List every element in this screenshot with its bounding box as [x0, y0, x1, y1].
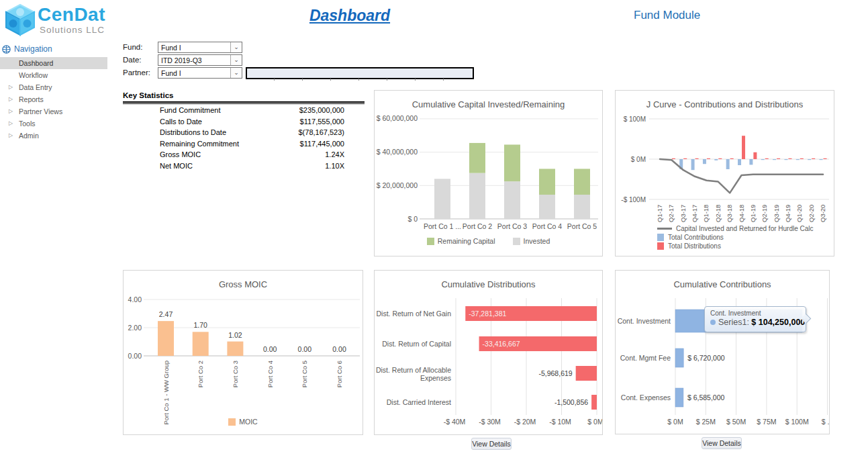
contribution-bar[interactable] — [738, 159, 741, 165]
legend-label: Invested — [524, 237, 550, 245]
chevron-down-icon[interactable]: ⌄ — [230, 55, 242, 65]
contribution-bar[interactable] — [714, 159, 718, 160]
partner-highlight-box[interactable] — [246, 67, 474, 79]
key-stat-row: Fund Commitment$235,000,000 — [123, 106, 365, 117]
axis-label: -$ 40M — [444, 418, 466, 426]
sidebar-item-reports[interactable]: ▷Reports — [0, 93, 107, 105]
axis-label: $ 0M — [667, 418, 683, 426]
date-select[interactable]: ITD 2019-Q3⌄ — [158, 54, 242, 66]
chevron-down-icon[interactable]: ⌄ — [230, 68, 242, 78]
sidebar-item-partner-views[interactable]: ▷Partner Views — [0, 105, 107, 117]
contribution-bar[interactable] — [773, 159, 776, 160]
legend-item: Total Distributions — [657, 242, 814, 250]
contribution-bar[interactable] — [796, 159, 800, 160]
axis-label: Q3-17 — [679, 205, 687, 222]
moic-bar[interactable] — [193, 332, 209, 356]
legend-item: MOIC — [228, 418, 257, 426]
axis-label: Port Co 5 — [567, 222, 597, 230]
distribution-bar[interactable] — [730, 158, 734, 159]
contribution-bar[interactable] — [784, 159, 787, 160]
remaining-capital-bar[interactable] — [539, 169, 555, 195]
expand-arrow-icon[interactable]: ▷ — [9, 130, 13, 142]
contribution-bar[interactable] — [808, 159, 811, 160]
invested-bar[interactable] — [539, 195, 555, 219]
axis-label: $ 40,000,000 — [377, 148, 418, 156]
key-stat-value: $235,000,000 — [299, 106, 344, 114]
axis-label: $ 100M — [624, 115, 646, 123]
distribution-bar[interactable] — [683, 158, 687, 159]
distribution-bar[interactable] — [824, 158, 827, 159]
moic-bar[interactable] — [227, 342, 243, 356]
axis-label: Q2-17 — [667, 205, 675, 222]
distribution-category-bar[interactable] — [591, 395, 597, 410]
partner-select[interactable]: Fund I⌄ — [158, 67, 242, 79]
contribution-bar[interactable] — [703, 159, 706, 164]
contribution-bar[interactable] — [726, 159, 730, 169]
distribution-bar[interactable] — [707, 158, 710, 159]
fund-select[interactable]: Fund I⌄ — [158, 42, 242, 53]
tooltip-title: Cont. Investment — [710, 310, 802, 317]
contribution-category-bar[interactable] — [675, 388, 683, 407]
distribution-bar[interactable] — [812, 158, 815, 159]
distribution-bar[interactable] — [788, 158, 791, 159]
sidebar-item-tools[interactable]: ▷Tools — [0, 117, 107, 130]
distribution-category-bar[interactable] — [576, 366, 597, 381]
expand-arrow-icon[interactable]: ▷ — [9, 105, 13, 117]
contribution-bar[interactable] — [691, 159, 695, 170]
distribution-bar[interactable] — [672, 158, 675, 159]
distribution-bar[interactable] — [753, 152, 757, 159]
legend-swatch-icon — [228, 418, 236, 426]
expand-arrow-icon[interactable]: ▷ — [9, 117, 13, 130]
axis-label: Port Co 2 — [197, 361, 204, 387]
distribution-bar[interactable] — [695, 158, 699, 159]
axis-label: -$ 100M — [621, 196, 646, 203]
distribution-bar[interactable] — [777, 158, 780, 159]
axis-label: 0.00 — [128, 352, 142, 360]
axis-label: 1.02 — [228, 331, 242, 339]
chart-gross-moic: Gross MOIC 0.002.004.002.47Port Co 1 - W… — [123, 270, 363, 435]
chevron-down-icon[interactable]: ⌄ — [230, 42, 242, 52]
distribution-bar[interactable] — [718, 158, 722, 159]
sidebar-item-label: Workflow — [19, 69, 48, 81]
axis-label: 4.00 — [128, 295, 142, 303]
axis-label: -5,968,619 — [538, 369, 572, 377]
view-details-button-distributions[interactable]: View Details — [471, 438, 512, 450]
contribution-bar[interactable] — [761, 159, 765, 160]
invested-bar[interactable] — [469, 173, 485, 219]
sidebar-item-admin[interactable]: ▷Admin — [0, 130, 107, 142]
module-label: Fund Module — [634, 9, 700, 22]
remaining-capital-bar[interactable] — [574, 169, 590, 195]
moic-bar[interactable] — [158, 321, 174, 356]
expand-arrow-icon[interactable]: ▷ — [9, 93, 13, 105]
distribution-bar[interactable] — [800, 158, 804, 159]
invested-bar[interactable] — [574, 195, 590, 219]
axis-label: Port Co 2 — [463, 222, 493, 230]
axis-label: $ 20,000,000 — [377, 181, 418, 189]
invested-bar[interactable] — [504, 181, 520, 219]
axis-label: $ 0M — [587, 418, 602, 426]
expand-arrow-icon[interactable]: ▷ — [9, 81, 13, 93]
axis-label: $ 50M — [726, 418, 746, 426]
axis-label: $ 25M — [696, 418, 716, 426]
legend-item: Remaining Capital — [427, 237, 495, 245]
sidebar-item-label: Data Entry — [19, 81, 52, 93]
sidebar-item-dashboard[interactable]: Dashboard — [0, 57, 107, 69]
sidebar-item-data-entry[interactable]: ▷Data Entry — [0, 81, 107, 93]
distribution-bar[interactable] — [765, 158, 769, 159]
distribution-bar[interactable] — [742, 136, 745, 159]
axis-label: Q4-18 — [738, 205, 745, 222]
invested-bar[interactable] — [434, 179, 450, 219]
axis-label: Q4-17 — [691, 205, 698, 222]
axis-label: 0.00 — [298, 345, 312, 353]
axis-label: Dist. Return of Allocable — [376, 366, 451, 374]
sidebar-item-workflow[interactable]: Workflow — [0, 69, 107, 81]
remaining-capital-bar[interactable] — [504, 144, 520, 181]
contribution-bar[interactable] — [820, 159, 823, 160]
hurdle-line[interactable] — [660, 159, 823, 193]
contribution-category-bar[interactable] — [675, 348, 683, 367]
remaining-capital-bar[interactable] — [469, 143, 485, 173]
axis-label: $ 0 — [407, 215, 418, 223]
contribution-bar[interactable] — [749, 159, 753, 164]
legend-item: Total Contributions — [657, 233, 814, 242]
view-details-button-contributions[interactable]: View Details — [702, 437, 742, 449]
